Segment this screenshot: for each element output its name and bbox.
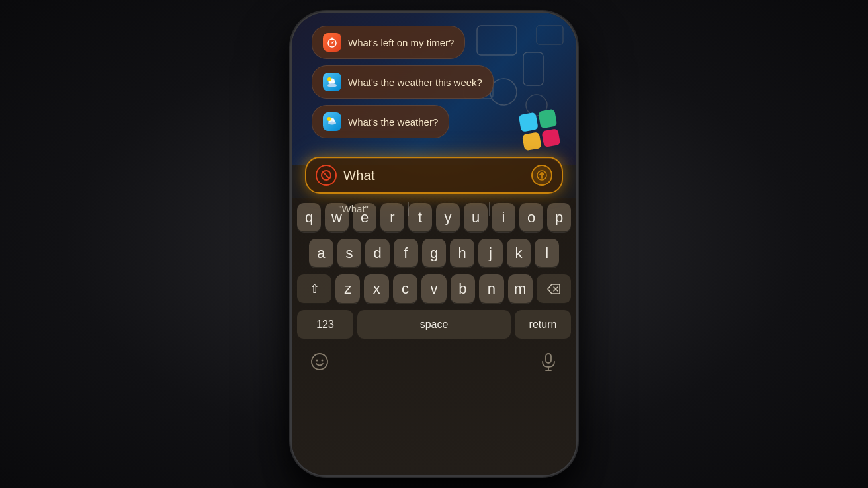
svg-line-23 bbox=[323, 172, 330, 179]
key-numbers[interactable]: 123 bbox=[297, 310, 353, 339]
key-shift[interactable]: ⇧ bbox=[297, 274, 331, 304]
svg-point-27 bbox=[312, 354, 327, 370]
svg-point-28 bbox=[316, 360, 318, 362]
predictive-word-1[interactable]: "What" bbox=[325, 200, 382, 217]
suggestion-timer-text: What's left on my timer? bbox=[348, 37, 454, 48]
page-background: What's left on my timer? What's the weat… bbox=[0, 0, 868, 488]
suggestion-timer[interactable]: What's left on my timer? bbox=[312, 26, 465, 59]
keyboard-row-2: a s d f g h j k l bbox=[294, 239, 574, 268]
predictive-bar: "What" bbox=[305, 196, 563, 221]
key-v[interactable]: v bbox=[421, 274, 446, 304]
siri-icon bbox=[316, 165, 337, 186]
key-d[interactable]: d bbox=[365, 239, 390, 268]
predictive-word-2[interactable] bbox=[436, 206, 462, 212]
svg-rect-30 bbox=[546, 354, 551, 363]
svg-point-16 bbox=[327, 77, 331, 81]
svg-point-21 bbox=[327, 117, 331, 121]
phone-frame: What's left on my timer? What's the weat… bbox=[292, 13, 576, 475]
search-bar: What bbox=[305, 157, 563, 194]
key-f[interactable]: f bbox=[394, 239, 418, 268]
svg-point-12 bbox=[327, 83, 337, 87]
keyboard-bottom-bar bbox=[294, 346, 574, 380]
key-s[interactable]: s bbox=[337, 239, 362, 268]
key-k[interactable]: k bbox=[507, 239, 531, 268]
weather-icon bbox=[323, 112, 341, 131]
emoji-button[interactable] bbox=[308, 350, 331, 374]
key-c[interactable]: c bbox=[393, 274, 417, 304]
timer-icon bbox=[323, 33, 341, 52]
key-j[interactable]: j bbox=[478, 239, 503, 268]
weather-week-icon bbox=[323, 73, 341, 91]
key-a[interactable]: a bbox=[309, 239, 333, 268]
key-g[interactable]: g bbox=[422, 239, 447, 268]
svg-point-20 bbox=[328, 122, 336, 125]
key-x[interactable]: x bbox=[364, 274, 388, 304]
suggestion-weather-text: What's the weather? bbox=[348, 116, 438, 128]
key-m[interactable]: m bbox=[508, 274, 533, 304]
suggestions-area: What's left on my timer? What's the weat… bbox=[312, 26, 556, 138]
key-b[interactable]: b bbox=[451, 274, 475, 304]
key-backspace[interactable] bbox=[537, 274, 571, 304]
key-l[interactable]: l bbox=[535, 239, 559, 268]
svg-line-10 bbox=[332, 42, 333, 43]
suggestion-weather-week-text: What's the weather this week? bbox=[348, 77, 482, 88]
search-bar-container: What bbox=[305, 157, 563, 194]
suggestion-weather[interactable]: What's the weather? bbox=[312, 105, 449, 138]
svg-point-29 bbox=[322, 360, 324, 362]
key-z[interactable]: z bbox=[335, 274, 360, 304]
key-space[interactable]: space bbox=[357, 310, 511, 339]
predictive-divider-1 bbox=[408, 202, 409, 216]
keyboard-row-bottom: 123 space return bbox=[294, 310, 574, 339]
key-h[interactable]: h bbox=[450, 239, 474, 268]
keyboard-row-3: ⇧ z x c v b n m bbox=[294, 274, 574, 304]
keyboard-area: q w e r t y u i o p a s d f g h j k bbox=[292, 198, 576, 475]
key-return[interactable]: return bbox=[515, 310, 571, 339]
predictive-divider-2 bbox=[489, 202, 490, 216]
search-input-text[interactable]: What bbox=[343, 168, 525, 183]
microphone-button[interactable] bbox=[537, 350, 560, 374]
search-submit-button[interactable] bbox=[531, 165, 552, 186]
key-n[interactable]: n bbox=[479, 274, 503, 304]
predictive-word-3[interactable] bbox=[517, 206, 543, 212]
suggestion-weather-week[interactable]: What's the weather this week? bbox=[312, 65, 494, 99]
svg-point-15 bbox=[333, 81, 335, 83]
